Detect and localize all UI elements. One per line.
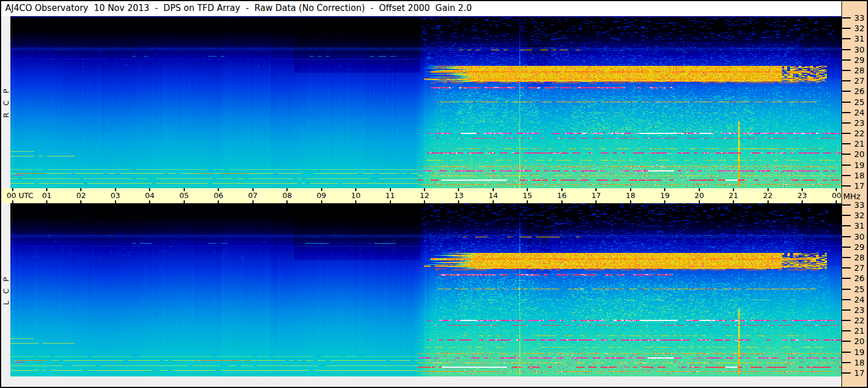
- freq-tick-label: 30: [854, 45, 865, 54]
- freq-tick: [842, 341, 851, 342]
- time-tick-label: 06: [214, 191, 223, 200]
- rcp-spectrogram-canvas: [10, 16, 841, 188]
- freq-tick-label: 17: [854, 368, 865, 378]
- freq-tick-label: 32: [854, 24, 865, 33]
- freq-tick: [842, 362, 851, 363]
- time-tick-label: 18: [625, 191, 635, 200]
- freq-tick: [842, 175, 851, 176]
- freq-tick-label: 19: [854, 348, 865, 357]
- freq-tick-label: 19: [854, 161, 865, 170]
- freq-tick: [842, 225, 851, 226]
- freq-tick-label: 18: [854, 171, 865, 180]
- freq-tick: [842, 70, 851, 71]
- time-tick-label: 16: [557, 191, 567, 200]
- time-tick-label: 03: [111, 191, 121, 200]
- freq-tick-label: 25: [854, 285, 865, 294]
- time-tick-label: 20: [694, 191, 704, 200]
- time-tick-label: 15: [523, 191, 532, 200]
- freq-tick: [842, 204, 851, 206]
- freq-tick-label: 31: [854, 221, 865, 230]
- time-tick-label: 23: [798, 191, 807, 200]
- freq-tick-label: 33: [854, 200, 865, 210]
- freq-tick-label: 24: [854, 108, 865, 117]
- time-tick-label: 14: [489, 191, 498, 200]
- freq-tick-label: 31: [854, 34, 865, 43]
- time-tick-label: 07: [248, 191, 258, 200]
- lcp-spectrogram-canvas: [10, 203, 841, 376]
- freq-tick-label: 21: [854, 139, 865, 148]
- freq-tick: [842, 133, 851, 134]
- freq-tick: [842, 28, 851, 29]
- freq-tick: [842, 309, 851, 311]
- freq-tick-label: 29: [854, 55, 865, 65]
- freq-tick: [842, 267, 851, 268]
- freq-tick: [842, 38, 851, 39]
- freq-tick-label: 18: [854, 358, 865, 367]
- freq-tick: [842, 352, 851, 353]
- freq-tick: [842, 143, 851, 144]
- freq-tick-label: 20: [854, 150, 865, 159]
- freq-tick: [842, 257, 851, 258]
- freq-tick-label: 22: [854, 129, 865, 138]
- freq-tick-label: 24: [854, 295, 865, 304]
- lcp-side-label-strip: L C P: [1, 203, 10, 376]
- time-tick-label: 00 UTC: [7, 191, 33, 200]
- freq-tick-label: 20: [854, 337, 865, 346]
- title-bar: AJ4CO Observatory 10 Nov 2013 - DPS on T…: [1, 1, 841, 16]
- freq-tick-label: 29: [854, 242, 865, 252]
- time-tick-label: 17: [591, 191, 601, 200]
- freq-tick-label: 32: [854, 211, 865, 220]
- freq-tick-label: 28: [854, 66, 865, 75]
- freq-tick: [842, 299, 851, 300]
- bottom-margin-strip: [1, 376, 841, 387]
- freq-tick-label: 22: [854, 316, 865, 325]
- time-tick-label: 00: [832, 191, 841, 200]
- time-tick-label: 10: [351, 191, 361, 200]
- time-tick-label: 19: [660, 191, 670, 200]
- freq-tick: [842, 59, 851, 61]
- time-tick-label: 08: [282, 191, 292, 200]
- lcp-polarization-label: L C P: [2, 275, 10, 305]
- freq-tick: [842, 236, 851, 237]
- freq-tick-label: 33: [854, 13, 865, 23]
- frequency-unit-label: MHz: [843, 192, 860, 201]
- observatory-spectrograph-display: AJ4CO Observatory 10 Nov 2013 - DPS on T…: [0, 0, 868, 388]
- freq-tick-label: 21: [854, 326, 865, 335]
- freq-tick-label: 23: [854, 118, 865, 128]
- freq-tick: [842, 165, 851, 166]
- freq-tick-label: 26: [854, 87, 865, 96]
- freq-tick-label: 26: [854, 274, 865, 283]
- freq-tick: [842, 330, 851, 331]
- time-tick-label: 21: [729, 191, 739, 200]
- time-tick-label: 13: [454, 191, 464, 200]
- freq-tick: [842, 278, 851, 279]
- freq-tick: [842, 289, 851, 290]
- freq-tick-label: 27: [854, 263, 865, 273]
- freq-tick-label: 27: [854, 76, 865, 85]
- freq-tick-label: 17: [854, 181, 865, 191]
- freq-tick: [842, 91, 851, 92]
- time-tick-label: 05: [180, 191, 189, 200]
- freq-tick: [842, 215, 851, 216]
- page-title: AJ4CO Observatory 10 Nov 2013 - DPS on T…: [5, 1, 472, 16]
- time-tick-label: 01: [42, 191, 52, 200]
- time-tick-label: 12: [420, 191, 430, 200]
- freq-tick: [842, 154, 851, 155]
- time-axis: 00 UTC0102030405060708091011121314151617…: [1, 188, 841, 203]
- time-tick-label: 11: [385, 191, 395, 200]
- freq-tick-label: 25: [854, 98, 865, 107]
- time-tick-label: 22: [763, 191, 773, 200]
- freq-tick-label: 23: [854, 305, 865, 315]
- freq-tick: [842, 49, 851, 50]
- rcp-side-label-strip: R C P: [1, 16, 10, 188]
- time-tick-label: 04: [145, 191, 155, 200]
- rcp-polarization-label: R C P: [2, 87, 10, 118]
- time-tick-label: 02: [76, 191, 86, 200]
- time-tick-label: 09: [316, 191, 326, 200]
- frequency-axis-panel: MHz 333231302928272625242322212019181733…: [841, 1, 867, 387]
- freq-tick-label: 28: [854, 253, 865, 262]
- freq-tick-label: 30: [854, 232, 865, 241]
- freq-tick: [842, 102, 851, 103]
- freq-tick: [842, 372, 851, 374]
- freq-tick: [842, 112, 851, 113]
